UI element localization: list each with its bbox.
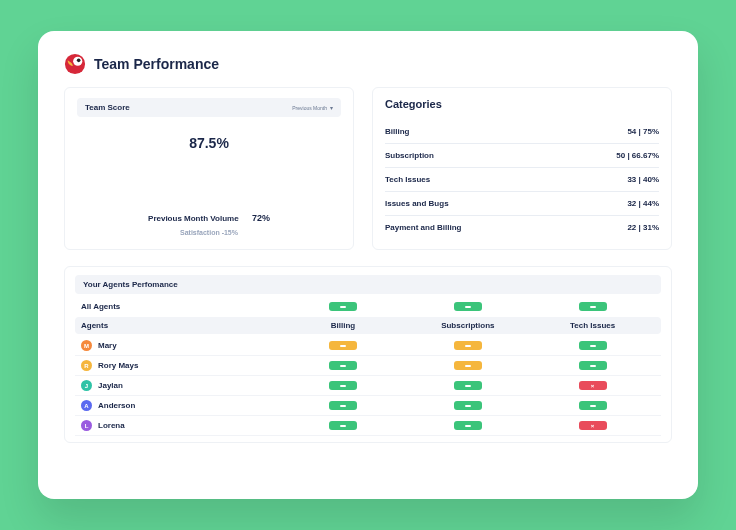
category-value: 50 | 66.67%	[616, 151, 659, 160]
status-chip	[454, 421, 482, 430]
categories-title: Categories	[385, 98, 659, 110]
team-score-header: Team Score Previous Month ▾	[77, 98, 341, 117]
satisfaction-line: Satisfaction -15%	[77, 229, 341, 236]
column-header: Agents	[81, 321, 281, 330]
cell	[405, 361, 530, 370]
cell	[281, 421, 406, 430]
status-chip	[329, 381, 357, 390]
agent-row: LLorena×	[75, 416, 661, 436]
cell	[281, 401, 406, 410]
avatar: R	[81, 360, 92, 371]
category-name: Billing	[385, 127, 409, 136]
cell	[405, 302, 530, 311]
previous-volume-line: Previous Month Volume 72%	[77, 207, 341, 225]
category-name: Payment and Billing	[385, 223, 461, 232]
status-chip	[579, 341, 607, 350]
agent-name-cell: JJaylan	[81, 380, 281, 391]
all-agents-label: All Agents	[81, 302, 281, 311]
status-chip	[454, 381, 482, 390]
category-value: 33 | 40%	[627, 175, 659, 184]
all-agents-row: All Agents	[75, 298, 661, 315]
agent-name-cell: AAnderson	[81, 400, 281, 411]
status-chip	[329, 401, 357, 410]
previous-volume-value: 72%	[252, 213, 270, 223]
cell	[281, 302, 406, 311]
agent-name: Anderson	[98, 401, 135, 410]
cell	[530, 302, 655, 311]
category-row: Payment and Billing22 | 31%	[385, 216, 659, 239]
cell: ×	[530, 381, 655, 390]
status-chip: ×	[579, 381, 607, 390]
column-header: Subscriptions	[405, 321, 530, 330]
agents-card: Your Agents Perfomance All AgentsAgentsB…	[64, 266, 672, 443]
page-title: Team Performance	[94, 56, 219, 72]
category-row: Tech Issues33 | 40%	[385, 168, 659, 192]
agent-row: JJaylan×	[75, 376, 661, 396]
column-header: Billing	[281, 321, 406, 330]
cell	[405, 341, 530, 350]
status-chip	[579, 302, 607, 311]
cell	[281, 341, 406, 350]
team-score-card: Team Score Previous Month ▾ 87.5% Previo…	[64, 87, 354, 250]
status-chip	[579, 361, 607, 370]
header: Team Performance	[64, 53, 672, 75]
agent-name: Rory Mays	[98, 361, 138, 370]
category-value: 22 | 31%	[627, 223, 659, 232]
status-chip	[454, 401, 482, 410]
chevron-down-icon: ▾	[330, 104, 333, 111]
category-value: 32 | 44%	[627, 199, 659, 208]
previous-volume-label: Previous Month Volume	[148, 214, 239, 223]
agent-name-cell: LLorena	[81, 420, 281, 431]
parrot-logo-icon	[64, 53, 86, 75]
agents-header-row: AgentsBillingSubscriptionsTech Issues	[75, 317, 661, 334]
status-chip	[454, 302, 482, 311]
status-chip: ×	[579, 421, 607, 430]
avatar: A	[81, 400, 92, 411]
top-row: Team Score Previous Month ▾ 87.5% Previo…	[64, 87, 672, 250]
period-dropdown-label: Previous Month	[292, 105, 327, 111]
agent-name: Jaylan	[98, 381, 123, 390]
avatar: M	[81, 340, 92, 351]
category-name: Issues and Bugs	[385, 199, 449, 208]
category-row: Issues and Bugs32 | 44%	[385, 192, 659, 216]
agent-name: Mary	[98, 341, 117, 350]
category-name: Tech Issues	[385, 175, 430, 184]
agent-row: MMary	[75, 336, 661, 356]
team-score-value: 87.5%	[77, 135, 341, 151]
column-header: Tech Issues	[530, 321, 655, 330]
period-dropdown[interactable]: Previous Month ▾	[292, 104, 333, 111]
category-name: Subscription	[385, 151, 434, 160]
cell	[281, 361, 406, 370]
agent-name-cell: MMary	[81, 340, 281, 351]
agent-name-cell: RRory Mays	[81, 360, 281, 371]
agent-name: Lorena	[98, 421, 125, 430]
cell	[405, 421, 530, 430]
avatar: J	[81, 380, 92, 391]
category-value: 54 | 75%	[627, 127, 659, 136]
agents-table: All AgentsAgentsBillingSubscriptionsTech…	[75, 298, 661, 436]
svg-point-2	[77, 59, 81, 63]
status-chip	[454, 361, 482, 370]
status-chip	[454, 341, 482, 350]
categories-list: Billing54 | 75%Subscription50 | 66.67%Te…	[385, 120, 659, 239]
agent-row: AAnderson	[75, 396, 661, 416]
dashboard-panel: Team Performance Team Score Previous Mon…	[38, 31, 698, 499]
cell	[405, 381, 530, 390]
categories-card: Categories Billing54 | 75%Subscription50…	[372, 87, 672, 250]
category-row: Billing54 | 75%	[385, 120, 659, 144]
cell	[530, 401, 655, 410]
status-chip	[329, 421, 357, 430]
avatar: L	[81, 420, 92, 431]
cell	[530, 361, 655, 370]
cell: ×	[530, 421, 655, 430]
agents-panel-title: Your Agents Perfomance	[75, 275, 661, 294]
team-score-label: Team Score	[85, 103, 130, 112]
status-chip	[329, 361, 357, 370]
cell	[530, 341, 655, 350]
agent-row: RRory Mays	[75, 356, 661, 376]
category-row: Subscription50 | 66.67%	[385, 144, 659, 168]
status-chip	[329, 341, 357, 350]
status-chip	[579, 401, 607, 410]
cell	[405, 401, 530, 410]
cell	[281, 381, 406, 390]
